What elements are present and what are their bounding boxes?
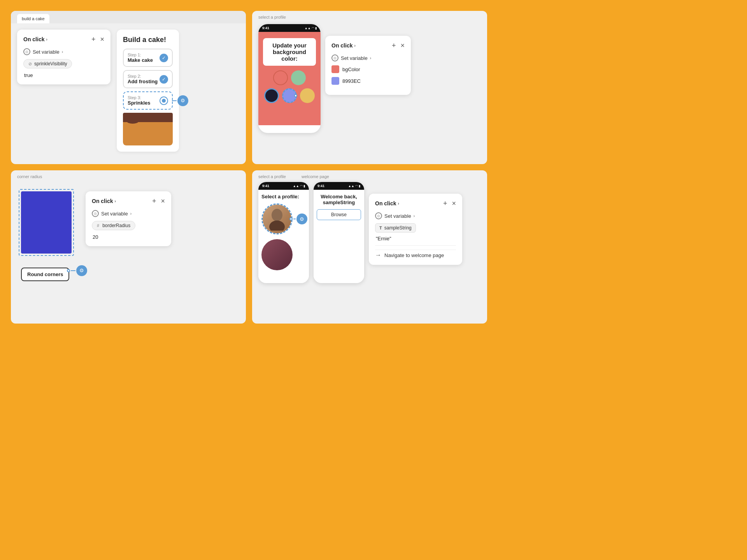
- set-var-icon-br: ◎: [375, 212, 382, 219]
- round-corners-wrapper: Round corners ⚙: [21, 260, 69, 281]
- set-variable-row-tr: ◎ Set variable ›: [331, 54, 405, 61]
- connector-line-short: [172, 100, 177, 101]
- circle-pink[interactable]: [273, 70, 288, 85]
- circle-green[interactable]: [291, 70, 306, 85]
- top-left-quadrant: build a cake On click › + × ◎ Set variab…: [11, 11, 246, 164]
- panel-actions-tr: + ×: [392, 42, 405, 49]
- br-label1: select a profile: [258, 174, 286, 179]
- tr-content-area: 9:41 ▲▲ ◠ ▮ Update your background color…: [252, 21, 487, 136]
- phone-status-profile: ▲▲ ◠ ▮: [293, 184, 305, 188]
- panel-header-bl: On click › + ×: [92, 198, 165, 205]
- chevron-icon-bl: ›: [114, 199, 116, 203]
- bottom-left-quadrant: corner radius Round corners ⚙ On click: [11, 170, 246, 324]
- circle-yellow[interactable]: [300, 88, 315, 103]
- svg-point-1: [269, 220, 285, 231]
- arrow-right-icon: →: [375, 252, 381, 259]
- step2-label: Step 2:: [128, 74, 158, 79]
- br-labels: select a profile welcome page: [252, 170, 487, 180]
- phone-notch-welcome: 9:41 ▲▲ ◠ ▮: [314, 182, 364, 190]
- profile-body: Select a profile:: [258, 190, 309, 279]
- set-var-chevron-tl: ›: [62, 50, 63, 54]
- set-variable-row-br: ◎ Set variable ›: [375, 212, 456, 219]
- swatch-purple: [331, 77, 339, 85]
- cake-title: Build a cake!: [123, 36, 173, 44]
- step3-connector: ⚙: [172, 95, 188, 106]
- panel-header-tr: On click › + ×: [331, 42, 405, 49]
- step1-check: ✓: [160, 54, 168, 62]
- add-action-btn-bl[interactable]: +: [152, 198, 156, 205]
- chevron-icon-tl: ›: [46, 37, 47, 42]
- set-var-icon-bl: ◎: [92, 210, 99, 217]
- on-click-panel-tl: On click › + × ◎ Set variable › ⊘ sprink…: [17, 30, 110, 84]
- on-click-panel-br: On click › + × ◎ Set variable › T sample…: [369, 194, 462, 265]
- gear-btn-bl[interactable]: ⚙: [76, 265, 87, 276]
- cake-visual: [123, 113, 173, 145]
- gear-btn-br[interactable]: ⚙: [296, 214, 307, 224]
- br-content-area: 9:41 ▲▲ ◠ ▮ Select a profile:: [252, 180, 487, 285]
- step2-text: Step 2: Add frosting: [128, 74, 158, 84]
- connector-dot-tr: [294, 94, 297, 97]
- phone-body-tr: Update your background color:: [258, 32, 321, 125]
- circle-purple[interactable]: [282, 88, 297, 103]
- round-corners-btn[interactable]: Round corners: [21, 268, 69, 281]
- cake-frosting: [123, 113, 173, 122]
- set-var-chevron-bl: ›: [130, 212, 132, 216]
- var-value-br: "Ernie": [375, 236, 456, 242]
- phone-mockup-welcome: 9:41 ▲▲ ◠ ▮ Welcome back, sampleString B…: [314, 182, 364, 283]
- set-variable-label-br: Set variable: [384, 213, 411, 219]
- phone-time-welcome: 9:41: [317, 184, 324, 188]
- blue-square-area: Round corners ⚙: [17, 184, 79, 289]
- phone-notch-profile: 9:41 ▲▲ ◠ ▮: [258, 182, 309, 190]
- step3-text: Step 3: Sprinkles: [128, 95, 151, 106]
- var1-name: bgColor: [342, 66, 360, 72]
- close-btn-bl[interactable]: ×: [161, 198, 165, 205]
- add-action-btn-br[interactable]: +: [443, 200, 447, 207]
- gear-btn-tl[interactable]: ⚙: [177, 95, 188, 106]
- separator-br: [375, 245, 456, 246]
- tab-build-a-cake[interactable]: build a cake: [17, 14, 49, 23]
- panel-actions-tl: + ×: [91, 36, 104, 43]
- tab-bar: build a cake: [11, 11, 246, 23]
- variable-chip-bl[interactable]: # borderRadius: [92, 221, 135, 230]
- welcome-heading: Welcome back, sampleString: [317, 194, 361, 205]
- cake-body: [123, 122, 173, 145]
- dashed-outline-bl: [19, 189, 74, 256]
- close-btn-br[interactable]: ×: [452, 200, 456, 207]
- connector-dot-bl: [67, 269, 70, 272]
- on-click-panel-tr: On click › + × ◎ Set variable › bgColor …: [325, 36, 411, 95]
- close-btn-tr[interactable]: ×: [400, 42, 405, 49]
- variable-chip-tl[interactable]: ⊘ sprinkleVisibility: [23, 59, 72, 68]
- variable-value-bl: 20: [92, 234, 165, 240]
- step3-check: [160, 96, 168, 105]
- avatar-wrapper: ⚙: [261, 203, 293, 234]
- browse-btn[interactable]: Browse: [317, 209, 361, 220]
- variable-value-tl: true: [23, 72, 104, 78]
- phone-heading-tr: Update your background color:: [263, 38, 316, 66]
- top-right-quadrant: select a profile 9:41 ▲▲ ◠ ▮ Update your…: [252, 11, 487, 164]
- cake-step-1: Step 1: Make cake ✓: [123, 49, 173, 67]
- avatar-img-1[interactable]: [261, 203, 293, 234]
- avatar-1-placeholder: [263, 205, 291, 233]
- phone-status-welcome: ▲▲ ◠ ▮: [348, 184, 360, 188]
- text-chip-br[interactable]: T sampleString: [375, 223, 416, 233]
- add-action-btn-tr[interactable]: +: [392, 42, 396, 49]
- bl-content-area: Round corners ⚙ On click › + ×: [11, 180, 246, 292]
- step1-name: Make cake: [128, 57, 153, 63]
- color-circles-row2: [264, 88, 315, 103]
- set-var-icon-tl: ◎: [23, 48, 30, 55]
- panel-title-tr: On click ›: [331, 42, 356, 49]
- close-btn-tl[interactable]: ×: [100, 36, 104, 43]
- phone-mockup-profile: 9:41 ▲▲ ◠ ▮ Select a profile:: [258, 182, 309, 283]
- panel-title-bl: On click ›: [92, 198, 116, 204]
- step1-text: Step 1: Make cake: [128, 52, 153, 63]
- bottom-right-quadrant: select a profile welcome page 9:41 ▲▲ ◠ …: [252, 170, 487, 324]
- navigate-row[interactable]: → Navigate to welcome page: [375, 250, 456, 259]
- step2-check: ✓: [160, 75, 168, 84]
- br-label2: welcome page: [302, 174, 329, 179]
- set-variable-row-tl: ◎ Set variable ›: [23, 48, 104, 55]
- add-action-btn-tl[interactable]: +: [91, 36, 96, 43]
- on-click-label-bl: On click: [92, 198, 113, 204]
- phone-notch-tr: 9:41 ▲▲ ◠ ▮: [258, 24, 321, 32]
- navigate-label: Navigate to welcome page: [384, 252, 444, 258]
- circle-dark[interactable]: [264, 88, 279, 103]
